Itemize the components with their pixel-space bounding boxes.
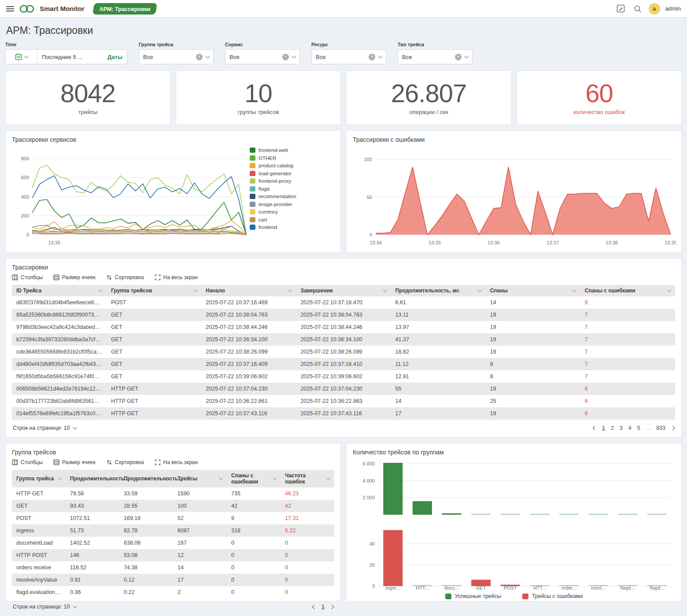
columns-button[interactable]: Столбцы bbox=[12, 274, 43, 280]
legend-item[interactable]: frontend-web bbox=[250, 148, 327, 153]
table-row[interactable]: 00d37b177723b82ab8fd8635617ad0d5HTTP GET… bbox=[12, 395, 675, 407]
table-row[interactable]: ingress51.7382.7960873185.22 bbox=[12, 524, 334, 537]
page-number[interactable]: 2 bbox=[611, 425, 614, 431]
legend-item[interactable]: frontend-proxy bbox=[250, 178, 327, 184]
columns-button[interactable]: Столбцы bbox=[12, 459, 43, 465]
table-cell: 2025-07-22 10:39:06.602 bbox=[296, 370, 391, 383]
table-row[interactable]: dd480ef42dfdf835d703aa42fb43eec1GET2025-… bbox=[12, 358, 675, 370]
table-row[interactable]: 9798d3b3eec42a9c424c3dabedc15fe6GET2025-… bbox=[12, 321, 675, 333]
legend-item[interactable]: Успешные трейсы bbox=[445, 593, 501, 599]
dates-link[interactable]: Даты bbox=[107, 54, 122, 60]
column-header[interactable]: Группа трейса bbox=[12, 470, 66, 487]
service-select[interactable]: Все × bbox=[225, 49, 300, 64]
edit-dashboard-button[interactable] bbox=[615, 3, 627, 15]
legend-item[interactable]: cart bbox=[250, 217, 327, 222]
kpi-error-count: 60 количество ошибок bbox=[517, 70, 682, 125]
page-number[interactable]: 1 bbox=[602, 425, 605, 431]
legend-item[interactable]: Трейсы с ошибками bbox=[522, 593, 583, 599]
legend-item[interactable]: flagd bbox=[250, 186, 327, 192]
column-header[interactable]: ID Трейса bbox=[12, 285, 107, 296]
clear-icon[interactable]: × bbox=[455, 54, 462, 60]
table-row[interactable]: cde36465505658fe831b2cf0f5ca66a0GET2025-… bbox=[12, 346, 675, 358]
legend-item[interactable]: OTHER bbox=[250, 155, 327, 161]
clear-icon[interactable]: × bbox=[196, 54, 203, 60]
table-cell: 169.18 bbox=[119, 512, 173, 524]
fullscreen-button[interactable]: На весь экран bbox=[155, 459, 198, 465]
bar[interactable] bbox=[559, 514, 579, 515]
column-header[interactable]: Спаны с ошибками bbox=[227, 470, 281, 487]
bar[interactable] bbox=[383, 530, 403, 586]
calendar-icon bbox=[15, 53, 22, 60]
avatar[interactable]: a bbox=[649, 3, 660, 15]
column-header[interactable]: Группа трейсов bbox=[107, 285, 201, 296]
chevron-down-icon bbox=[288, 288, 292, 292]
calendar-button[interactable] bbox=[5, 49, 37, 64]
table-row[interactable]: flagd.evaluation.v1.Servic0.360.22200 bbox=[12, 586, 334, 598]
trace-type-select[interactable]: Все × bbox=[398, 49, 473, 64]
time-range-value[interactable]: Последние 5 ... Даты bbox=[37, 49, 127, 64]
table-row[interactable]: resolveAnyValue0.910.121700 bbox=[12, 574, 334, 586]
table-row[interactable]: f9f1650d5ba5b586156c91e74f0e1e04GET2025-… bbox=[12, 370, 675, 383]
column-header[interactable]: Частота ошибок bbox=[281, 470, 334, 487]
page-number[interactable]: 833 bbox=[656, 425, 665, 431]
rows-per-page[interactable]: Строк на странице: 10 bbox=[13, 604, 77, 610]
cell-size-button[interactable]: Размер ячеек bbox=[53, 274, 96, 280]
bar[interactable] bbox=[589, 514, 608, 515]
prev-page-icon[interactable] bbox=[312, 605, 317, 609]
clear-icon[interactable]: × bbox=[369, 54, 375, 60]
table-row[interactable]: orders receive116.5274.381400 bbox=[12, 561, 334, 574]
next-page-icon[interactable] bbox=[330, 605, 334, 609]
bar[interactable] bbox=[530, 514, 549, 515]
search-button[interactable] bbox=[632, 3, 643, 15]
table-row[interactable]: 85a525360b8c86812fdf2f9007346b4aGET2025-… bbox=[12, 309, 675, 321]
legend-item[interactable]: frontend bbox=[250, 225, 327, 230]
legend-item[interactable]: product-catalog bbox=[250, 163, 327, 168]
cell-size-button[interactable]: Размер ячеек bbox=[53, 459, 96, 465]
rows-per-page[interactable]: Строк на странице: 10 bbox=[13, 425, 77, 431]
table-row[interactable]: documentLoad1402.52638.0616700 bbox=[12, 537, 334, 549]
chevron-down-icon bbox=[292, 54, 296, 59]
legend-item[interactable]: recommendation bbox=[250, 194, 327, 199]
bar[interactable] bbox=[647, 514, 667, 515]
column-header[interactable]: Продолжительность... bbox=[66, 470, 119, 487]
table-row[interactable]: HTTP POST14653.081200 bbox=[12, 549, 334, 561]
bar[interactable] bbox=[501, 514, 520, 515]
bar[interactable] bbox=[383, 463, 403, 515]
workspace-badge[interactable]: АРМ: Трассировки bbox=[92, 3, 158, 15]
table-row[interactable]: 006508b56621d4ed2e78194c1206a24dHTTP GET… bbox=[12, 383, 675, 395]
next-page-icon[interactable] bbox=[671, 426, 675, 430]
page-number[interactable]: 4 bbox=[628, 425, 632, 431]
bar[interactable] bbox=[618, 514, 637, 515]
column-header[interactable]: Завершение bbox=[296, 285, 391, 296]
table-row[interactable]: HTTP GET79.5833.59159073546.23 bbox=[12, 487, 334, 500]
username[interactable]: admin bbox=[665, 5, 681, 12]
bar[interactable] bbox=[413, 501, 432, 515]
column-header[interactable]: Продолжительность, мс bbox=[391, 285, 486, 296]
fullscreen-button[interactable]: На весь экран bbox=[155, 274, 198, 280]
table-cell: 0 bbox=[281, 561, 334, 574]
sort-button[interactable]: Сортировка bbox=[106, 459, 144, 465]
column-header[interactable]: Начало bbox=[201, 285, 296, 296]
table-row[interactable]: POST1072.51169.1852917.31 bbox=[12, 512, 334, 524]
table-row[interactable]: b72394c3fa39733280ddba3a7cf8a3e1GET2025-… bbox=[12, 333, 675, 346]
page-number[interactable]: 1 bbox=[321, 604, 325, 610]
column-header[interactable]: Спаны с ошибками bbox=[580, 285, 675, 296]
legend-item[interactable]: image-provider bbox=[250, 202, 327, 207]
menu-icon[interactable] bbox=[6, 5, 14, 13]
page-number[interactable]: 5 bbox=[637, 425, 640, 431]
legend-item[interactable]: currency bbox=[250, 209, 327, 214]
resource-select[interactable]: Все × bbox=[311, 49, 386, 64]
sort-button[interactable]: Сортировка bbox=[106, 274, 144, 280]
table-row[interactable]: 014ef5576e69fefc195a1f5763c03cd2HTTP GET… bbox=[12, 407, 675, 420]
page-number[interactable]: 3 bbox=[620, 425, 623, 431]
trace-group-select[interactable]: Все × bbox=[139, 49, 214, 64]
bar[interactable] bbox=[471, 514, 491, 515]
column-header[interactable]: Спаны bbox=[486, 285, 580, 296]
legend-item[interactable]: load-generator bbox=[250, 171, 327, 176]
table-row[interactable]: GET93.4328.551004242 bbox=[12, 500, 334, 512]
table-cell: dd480ef42dfdf835d703aa42fb43eec1 bbox=[12, 358, 107, 370]
prev-page-icon[interactable] bbox=[593, 426, 597, 430]
bar[interactable] bbox=[442, 513, 462, 515]
table-row[interactable]: d83f23789d31d04b45ee6eece8a5dcc6POST2025… bbox=[12, 296, 675, 309]
clear-icon[interactable]: × bbox=[282, 54, 289, 60]
